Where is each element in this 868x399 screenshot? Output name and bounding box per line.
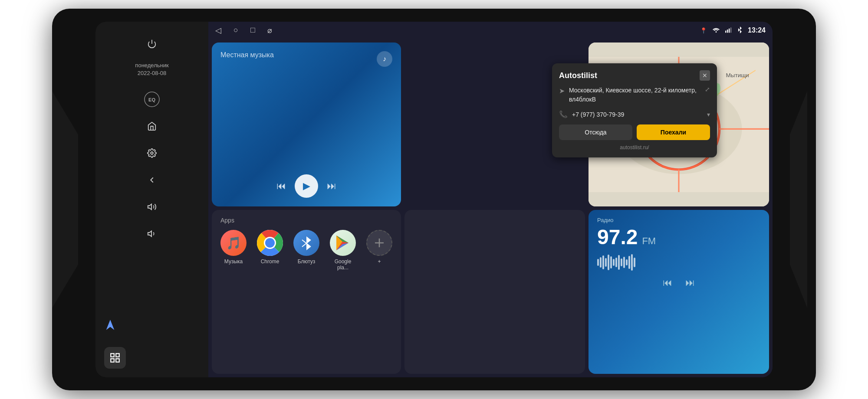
music-controls: ⏮ ▶ ⏭: [276, 174, 336, 198]
app-item-add[interactable]: +: [366, 230, 392, 271]
screen-bezel: MIC понедельник 2022-08-08 EQ: [95, 22, 773, 377]
vol-up-button[interactable]: [141, 196, 163, 218]
waveform-bar: [634, 258, 635, 267]
svg-rect-15: [730, 27, 731, 33]
waveform-bar: [621, 258, 622, 266]
power-button[interactable]: [141, 33, 163, 55]
popup-address-text: Московский, Киевское шоссе, 22-й километ…: [569, 86, 700, 104]
popup-close-button[interactable]: ✕: [700, 70, 710, 81]
popup-header: Autostilist ✕: [559, 70, 710, 81]
popup-phone: 📞 +7 (977) 370-79-39 ▾: [559, 110, 710, 118]
back-nav-button[interactable]: ◁: [215, 26, 221, 35]
date-display: понедельник 2022-08-08: [135, 62, 168, 77]
waveform-bar: [600, 257, 602, 268]
radio-prev-button[interactable]: ⏮: [663, 277, 672, 288]
waveform-bar: [623, 257, 625, 268]
location-popup: Autostilist ✕ ➤ Московский, Киевское шос…: [552, 63, 717, 157]
svg-rect-12: [725, 30, 726, 33]
home-grid-button[interactable]: [104, 347, 126, 369]
nav-arrow-icon[interactable]: [104, 319, 116, 334]
play-button[interactable]: ▶: [295, 174, 318, 198]
signal-icon: [725, 27, 732, 34]
svg-rect-14: [729, 28, 730, 33]
app-item-bluetooth[interactable]: Блютуз: [293, 230, 319, 271]
apps-card: Apps 🎵 Музыка: [212, 210, 401, 374]
car-unit: MIC понедельник 2022-08-08 EQ: [52, 9, 816, 390]
nav-buttons: ◁ ○ □ ⌀: [215, 26, 272, 35]
popup-actions: Отсюда Поехали: [559, 124, 710, 140]
settings-button[interactable]: [141, 142, 163, 164]
radio-next-button[interactable]: ⏭: [685, 277, 695, 288]
popup-address: ➤ Московский, Киевское шоссе, 22-й килом…: [559, 86, 710, 104]
svg-rect-13: [727, 29, 728, 33]
waveform-bar: [628, 256, 630, 269]
google-play-label: Google pla...: [330, 258, 356, 271]
svg-point-11: [716, 31, 717, 33]
popup-title: Autostilist: [559, 71, 597, 80]
svg-marker-4: [148, 204, 151, 210]
svg-point-34: [265, 238, 275, 248]
radio-frequency: 97.2 FM: [597, 227, 760, 248]
waveform-bar: [615, 258, 617, 267]
music-app-icon: 🎵: [220, 230, 247, 256]
app-item-google-play[interactable]: Google pla...: [330, 230, 356, 271]
waveform-bar: [608, 255, 609, 270]
prev-button[interactable]: ⏮: [276, 180, 286, 192]
svg-marker-5: [148, 231, 151, 237]
radio-card: Радио 97.2 FM: [589, 210, 769, 374]
waveform-bar: [610, 256, 612, 268]
popup-phone-number[interactable]: +7 (977) 370-79-39: [572, 111, 624, 118]
waveform-bar: [626, 259, 628, 265]
back-button[interactable]: [141, 169, 163, 191]
location-icon: 📍: [700, 27, 707, 34]
expand-icon[interactable]: ⤢: [705, 86, 710, 93]
go-button[interactable]: Поехали: [637, 124, 710, 140]
phone-expand-icon[interactable]: ▾: [707, 111, 710, 118]
status-bar: ◁ ○ □ ⌀ 📍: [208, 22, 773, 39]
content-grid: Местная музыка ♪ ⏮ ▶ ⏭ Autostilist: [208, 39, 773, 377]
waveform-bar: [602, 255, 604, 269]
svg-rect-8: [116, 353, 119, 357]
music-card-top: Местная музыка ♪: [220, 51, 392, 67]
apps-grid: 🎵 Музыка: [220, 230, 392, 271]
next-button[interactable]: ⏭: [327, 180, 336, 192]
add-app-icon: [366, 230, 392, 256]
waveform-bar: [605, 258, 607, 267]
music-note-icon: ♪: [377, 51, 392, 67]
from-here-button[interactable]: Отсюда: [559, 124, 632, 140]
vol-down-button[interactable]: [141, 223, 163, 245]
popup-column: Autostilist ✕ ➤ Московский, Киевское шос…: [404, 43, 585, 206]
app-item-chrome[interactable]: Chrome: [257, 230, 283, 271]
radio-frequency-number: 97.2: [597, 227, 638, 248]
svg-rect-10: [116, 359, 119, 362]
home-nav-button[interactable]: ○: [233, 26, 238, 35]
side-controls: понедельник 2022-08-08 EQ: [95, 22, 208, 377]
svg-text:Мытищи: Мытищи: [726, 72, 749, 78]
radio-label: Радио: [597, 217, 760, 223]
waveform-bar: [618, 255, 620, 270]
waveform-bar: [613, 259, 615, 266]
svg-rect-7: [111, 353, 114, 357]
bluetooth-icon: [737, 26, 743, 35]
middle-bottom-cell: [404, 210, 585, 374]
svg-rect-9: [111, 359, 114, 362]
chrome-app-label: Chrome: [261, 258, 279, 265]
bluetooth-app-icon: [293, 230, 319, 256]
app-item-music[interactable]: 🎵 Музыка: [220, 230, 247, 271]
svg-marker-6: [106, 320, 115, 330]
recent-nav-button[interactable]: □: [250, 26, 255, 35]
music-app-label: Музыка: [224, 258, 243, 265]
wifi-icon: [712, 27, 720, 34]
eq-button[interactable]: EQ: [141, 88, 163, 110]
radio-waveform: [597, 254, 760, 271]
usb-icon: ⌀: [267, 26, 272, 35]
popup-url: autostilist.ru/: [559, 144, 710, 150]
address-icon: ➤: [559, 87, 565, 95]
phone-icon: 📞: [559, 110, 568, 118]
music-card: Местная музыка ♪ ⏮ ▶ ⏭: [212, 43, 401, 206]
waveform-bar: [631, 254, 633, 271]
chrome-app-icon: [257, 230, 283, 256]
waveform-bar: [597, 259, 599, 266]
home-button[interactable]: [141, 115, 163, 137]
screen-main: ◁ ○ □ ⌀ 📍: [208, 22, 773, 377]
